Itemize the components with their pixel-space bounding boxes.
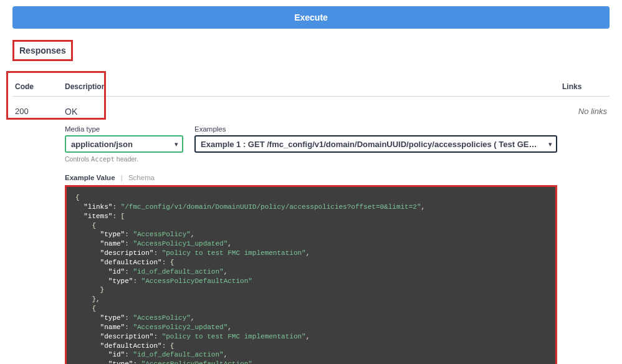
response-links: No links [560,97,610,365]
example-tabs: Example Value | Schema [65,174,557,181]
col-header-description: Description [62,77,560,97]
col-header-links: Links [560,77,610,97]
table-row: 200 OK Media type application/json ▾ [12,97,610,365]
media-type-label: Media type [65,125,183,133]
accept-header-hint: Controls Accept header. [65,155,183,163]
col-header-code: Code [12,77,62,97]
responses-table: Code Description Links 200 OK Media type… [12,77,610,364]
tab-divider: | [121,174,123,181]
example-code-highlight: { "links": "/fmc_config/v1/domain/Domain… [65,185,557,364]
examples-label: Examples [194,125,557,133]
response-code: 200 [12,97,62,365]
execute-button[interactable]: Execute [12,6,610,29]
response-description: OK [65,107,557,117]
examples-select[interactable]: Example 1 : GET /fmc_config/v1/domain/Do… [194,135,557,153]
tab-example-value[interactable]: Example Value [65,174,115,181]
example-response-body[interactable]: { "links": "/fmc_config/v1/domain/Domain… [67,187,555,364]
tab-schema[interactable]: Schema [128,174,155,181]
media-type-select[interactable]: application/json [65,135,183,153]
responses-heading: Responses [12,40,73,61]
